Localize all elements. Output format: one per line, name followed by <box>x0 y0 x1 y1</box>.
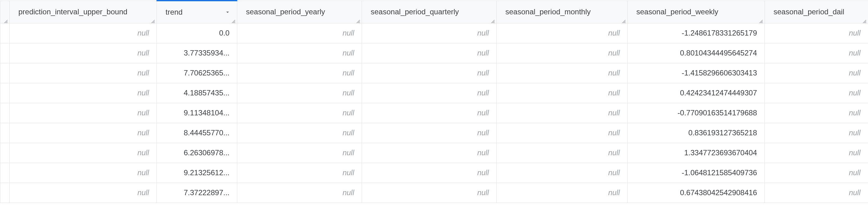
cell-prediction-interval-upper-bound: null <box>10 23 157 43</box>
null-value: null <box>137 29 149 37</box>
cell-seasonal-period-monthly: null <box>497 103 628 123</box>
cell-seasonal-period-quarterly: null <box>362 143 497 163</box>
cell-partial <box>0 123 10 143</box>
cell-seasonal-period-yearly: null <box>237 63 362 83</box>
resize-handle-icon[interactable] <box>621 18 626 23</box>
null-value: null <box>608 108 620 117</box>
cell-trend: 7.70625365... <box>157 63 237 83</box>
cell-seasonal-period-quarterly: null <box>362 23 497 43</box>
null-value: null <box>849 89 861 97</box>
column-header-trend[interactable]: trend <box>157 1 237 23</box>
null-value: null <box>477 148 489 157</box>
cell-seasonal-period-monthly: null <box>497 183 628 203</box>
cell-seasonal-period-quarterly: null <box>362 43 497 63</box>
column-label: seasonal_period_dail <box>774 7 844 16</box>
null-value: null <box>477 128 489 137</box>
table-row[interactable]: null6.26306978...nullnullnull1.334772369… <box>0 143 868 163</box>
cell-seasonal-period-daily: null <box>765 23 868 43</box>
cell-seasonal-period-yearly: null <box>237 123 362 143</box>
null-value: null <box>608 69 620 77</box>
cell-partial <box>0 83 10 103</box>
null-value: null <box>137 49 149 57</box>
cell-seasonal-period-weekly: 1.3347723693670404 <box>628 143 765 163</box>
cell-trend: 0.0 <box>157 23 237 43</box>
null-value: null <box>849 29 861 37</box>
column-label: trend <box>165 8 183 17</box>
table-row[interactable]: null7.70625365...nullnullnull-1.41582966… <box>0 63 868 83</box>
null-value: null <box>137 89 149 97</box>
cell-seasonal-period-yearly: null <box>237 83 362 103</box>
null-value: null <box>608 29 620 37</box>
column-header-partial[interactable] <box>0 1 10 23</box>
cell-seasonal-period-weekly: 0.42423412474449307 <box>628 83 765 103</box>
cell-seasonal-period-monthly: null <box>497 143 628 163</box>
cell-trend: 7.37222897... <box>157 183 237 203</box>
null-value: null <box>608 148 620 157</box>
null-value: null <box>137 168 149 177</box>
cell-partial <box>0 103 10 123</box>
cell-seasonal-period-weekly: -0.77090163514179688 <box>628 103 765 123</box>
null-value: null <box>849 168 861 177</box>
column-header-seasonal-period-monthly[interactable]: seasonal_period_monthly <box>497 1 628 23</box>
cell-seasonal-period-quarterly: null <box>362 83 497 103</box>
resize-handle-icon[interactable] <box>231 18 236 23</box>
table-row[interactable]: null0.0nullnullnull-1.2486178331265179nu… <box>0 23 868 43</box>
column-header-seasonal-period-yearly[interactable]: seasonal_period_yearly <box>237 1 362 23</box>
null-value: null <box>343 89 354 97</box>
null-value: null <box>477 29 489 37</box>
column-header-seasonal-period-quarterly[interactable]: seasonal_period_quarterly <box>362 1 497 23</box>
cell-prediction-interval-upper-bound: null <box>10 83 157 103</box>
resize-handle-icon[interactable] <box>355 18 361 23</box>
cell-seasonal-period-yearly: null <box>237 163 362 183</box>
table-row[interactable]: null8.44455770...nullnullnull0.836193127… <box>0 123 868 143</box>
data-table-container: prediction_interval_upper_bound trend <box>0 0 868 217</box>
cell-trend: 3.77335934... <box>157 43 237 63</box>
null-value: null <box>343 49 354 57</box>
cell-seasonal-period-yearly: null <box>237 143 362 163</box>
data-table: prediction_interval_upper_bound trend <box>0 0 868 203</box>
null-value: null <box>137 108 149 117</box>
null-value: null <box>343 108 354 117</box>
cell-seasonal-period-daily: null <box>765 123 868 143</box>
null-value: null <box>608 89 620 97</box>
column-label: seasonal_period_yearly <box>246 7 325 16</box>
null-value: null <box>343 168 354 177</box>
table-row[interactable]: null3.77335934...nullnullnull0.801043444… <box>0 43 868 63</box>
column-label: prediction_interval_upper_bound <box>19 7 127 16</box>
resize-handle-icon[interactable] <box>758 18 763 23</box>
sort-descending-icon[interactable] <box>224 9 231 15</box>
cell-trend: 4.18857435... <box>157 83 237 103</box>
cell-seasonal-period-quarterly: null <box>362 183 497 203</box>
cell-seasonal-period-daily: null <box>765 63 868 83</box>
cell-seasonal-period-weekly: 0.80104344495645274 <box>628 43 765 63</box>
cell-seasonal-period-weekly: -1.0648121585409736 <box>628 163 765 183</box>
table-row[interactable]: null7.37222897...nullnullnull0.674380425… <box>0 183 868 203</box>
resize-handle-icon[interactable] <box>150 18 155 23</box>
column-label: seasonal_period_weekly <box>637 7 718 16</box>
cell-seasonal-period-daily: null <box>765 43 868 63</box>
null-value: null <box>477 69 489 77</box>
column-header-seasonal-period-weekly[interactable]: seasonal_period_weekly <box>628 1 765 23</box>
cell-seasonal-period-weekly: 0.836193127365218 <box>628 123 765 143</box>
null-value: null <box>137 69 149 77</box>
column-header-seasonal-period-daily[interactable]: seasonal_period_dail <box>765 1 868 23</box>
cell-trend: 6.26306978... <box>157 143 237 163</box>
column-label: seasonal_period_monthly <box>505 7 591 16</box>
resize-handle-icon[interactable] <box>862 18 867 23</box>
column-label: seasonal_period_quarterly <box>371 7 459 16</box>
null-value: null <box>137 148 149 157</box>
column-header-prediction-interval-upper-bound[interactable]: prediction_interval_upper_bound <box>10 1 157 23</box>
cell-partial <box>0 143 10 163</box>
table-row[interactable]: null9.11348104...nullnullnull-0.77090163… <box>0 103 868 123</box>
table-row[interactable]: null9.21325612...nullnullnull-1.06481215… <box>0 163 868 183</box>
null-value: null <box>137 128 149 137</box>
table-row[interactable]: null4.18857435...nullnullnull0.424234124… <box>0 83 868 103</box>
cell-seasonal-period-yearly: null <box>237 23 362 43</box>
cell-prediction-interval-upper-bound: null <box>10 123 157 143</box>
resize-handle-icon[interactable] <box>3 18 8 23</box>
null-value: null <box>343 69 354 77</box>
cell-prediction-interval-upper-bound: null <box>10 143 157 163</box>
null-value: null <box>477 49 489 57</box>
resize-handle-icon[interactable] <box>490 18 495 23</box>
cell-seasonal-period-monthly: null <box>497 83 628 103</box>
